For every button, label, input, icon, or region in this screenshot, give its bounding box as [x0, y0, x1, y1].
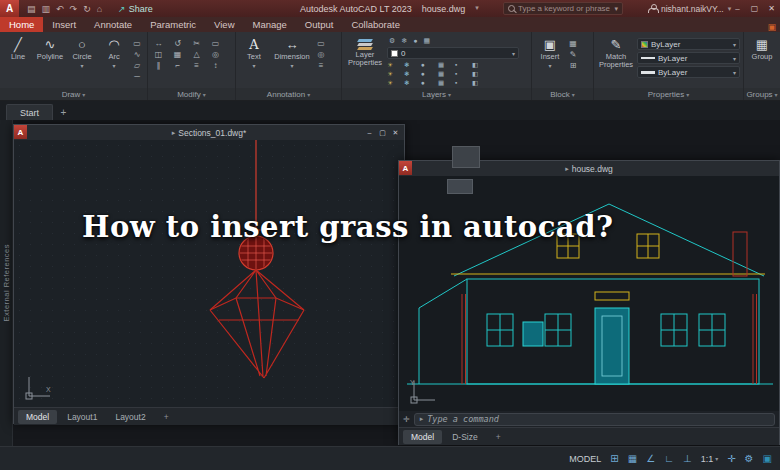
layer-tool-icon[interactable]: ▪: [455, 70, 472, 78]
modify-tool-icon[interactable]: ∥: [151, 61, 166, 71]
draw-tool-icon[interactable]: ▱: [131, 61, 143, 71]
share-button[interactable]: ↗ Share: [118, 4, 153, 14]
panel-label-groups[interactable]: Groups: [744, 88, 780, 100]
annotation-tool-icon[interactable]: ◎: [315, 50, 327, 60]
open-icon[interactable]: ▥: [42, 4, 51, 14]
tab-home[interactable]: Home: [0, 17, 43, 32]
tab-collaborate[interactable]: Collaborate: [342, 17, 409, 32]
panel-label-properties[interactable]: Properties: [594, 88, 744, 100]
close-button[interactable]: ✕: [763, 0, 780, 17]
layer-on-icon[interactable]: ●: [413, 37, 417, 45]
modify-tool-icon[interactable]: ▭: [208, 39, 223, 49]
layer-tool-icon[interactable]: ❄: [404, 70, 421, 78]
tab-output[interactable]: Output: [296, 17, 343, 32]
tab-start[interactable]: Start: [6, 104, 53, 120]
plot-icon[interactable]: ↻: [83, 4, 91, 14]
search-input[interactable]: [518, 4, 611, 13]
home-icon[interactable]: ⌂: [97, 4, 102, 14]
modify-tool-icon[interactable]: ▦: [170, 50, 185, 60]
layer-tool-icon[interactable]: ▪: [455, 79, 472, 87]
polar-tracking-icon[interactable]: ∠: [646, 453, 655, 464]
layer-tool-icon[interactable]: ▦: [438, 79, 455, 87]
modify-tool-icon[interactable]: ≡: [189, 61, 204, 71]
sections-tab-model[interactable]: Model: [18, 410, 57, 424]
tab-annotate[interactable]: Annotate: [85, 17, 141, 32]
layer-settings-icon[interactable]: ⚙: [389, 37, 395, 45]
layer-tool-icon[interactable]: ◧: [472, 61, 489, 69]
tab-manage[interactable]: Manage: [244, 17, 296, 32]
model-space-toggle[interactable]: MODEL: [569, 454, 601, 464]
doc-title-caret-icon[interactable]: ▾: [475, 4, 479, 14]
sections-title-bar[interactable]: A ▸ Sections_01.dwg* – ▢ ✕: [14, 125, 404, 140]
search-caret-icon[interactable]: ▾: [614, 5, 618, 13]
draw-tool-icon[interactable]: ∿: [131, 50, 143, 60]
layer-dropdown[interactable]: 0 ▾: [387, 47, 519, 59]
block-tool-icon[interactable]: ✎: [567, 50, 579, 60]
layer-tool-icon[interactable]: ●: [421, 70, 438, 78]
layer-tool-icon[interactable]: ●: [421, 79, 438, 87]
customize-command-icon[interactable]: ✛: [403, 415, 410, 424]
tab-insert[interactable]: Insert: [43, 17, 85, 32]
group-tool[interactable]: ▦ Group: [747, 37, 777, 61]
block-tool-icon[interactable]: ▦: [567, 39, 579, 49]
house-tab-model[interactable]: Model: [403, 430, 442, 444]
sections-tab-layout1[interactable]: Layout1: [59, 410, 105, 424]
ortho-icon[interactable]: ∟: [664, 453, 674, 464]
object-snap-icon[interactable]: ⊥: [683, 453, 692, 464]
panel-label-annotation[interactable]: Annotation: [236, 88, 342, 100]
sections-canvas[interactable]: X: [14, 140, 404, 407]
layer-list-icon[interactable]: ▦: [423, 37, 430, 45]
customization-icon[interactable]: ▣: [763, 453, 772, 464]
layer-tool-icon[interactable]: ◧: [472, 79, 489, 87]
minimize-button[interactable]: –: [729, 0, 746, 17]
layer-tool-icon[interactable]: ❄: [404, 61, 421, 69]
autocad-logo-icon[interactable]: A: [0, 0, 19, 17]
layer-tool-icon[interactable]: ▦: [438, 70, 455, 78]
insert-block-tool[interactable]: ▣ Insert: [535, 37, 565, 69]
match-properties-button[interactable]: ✎ Match Properties: [597, 37, 635, 69]
modify-tool-icon[interactable]: △: [189, 50, 204, 60]
modify-tool-icon[interactable]: ◎: [208, 50, 223, 60]
save-icon[interactable]: ▤: [27, 4, 36, 14]
draw-tool-icon[interactable]: ─: [131, 72, 143, 82]
maximize-button[interactable]: ▢: [746, 0, 763, 17]
layer-tool-icon[interactable]: ▪: [455, 61, 472, 69]
modify-tool-icon[interactable]: ◫: [151, 50, 166, 60]
layer-tool-icon[interactable]: ▦: [438, 61, 455, 69]
command-input[interactable]: ▸ Type a command: [414, 413, 775, 426]
polyline-tool[interactable]: ∿ Polyline: [35, 37, 65, 61]
circle-tool[interactable]: ○ Circle: [67, 37, 97, 69]
arc-tool[interactable]: ◠ Arc: [99, 37, 129, 69]
layer-tool-icon[interactable]: ❄: [404, 79, 421, 87]
object-color-dropdown[interactable]: ByLayer ▾: [637, 38, 740, 50]
text-tool[interactable]: A Text: [239, 37, 269, 69]
sections-minimize-button[interactable]: –: [363, 129, 376, 136]
layer-tool-icon[interactable]: ☀: [387, 70, 404, 78]
annotation-tool-icon[interactable]: ▭: [315, 39, 327, 49]
sections-window[interactable]: A ▸ Sections_01.dwg* – ▢ ✕: [13, 124, 405, 424]
annotation-scale[interactable]: 1:1 ▾: [701, 454, 719, 464]
sections-add-layout-button[interactable]: +: [156, 410, 177, 424]
tab-view[interactable]: View: [205, 17, 243, 32]
panel-label-modify[interactable]: Modify: [148, 88, 236, 100]
house-tab-dsize[interactable]: D-Size: [444, 430, 486, 444]
search-box[interactable]: ▾: [503, 2, 623, 15]
panel-label-draw[interactable]: Draw: [0, 88, 148, 100]
modify-tool-icon[interactable]: ⌐: [170, 61, 185, 71]
dimension-tool[interactable]: ↔ Dimension: [271, 37, 313, 69]
layer-properties-button[interactable]: Layer Properties: [345, 37, 385, 67]
lineweight-dropdown[interactable]: ByLayer ▾: [637, 66, 740, 78]
modify-tool-icon[interactable]: ↺: [170, 39, 185, 49]
line-tool[interactable]: ╱ Line: [3, 37, 33, 61]
new-drawing-tab-button[interactable]: +: [56, 105, 71, 120]
annotation-tool-icon[interactable]: ≡: [315, 61, 327, 71]
modify-tool-icon[interactable]: ✂: [189, 39, 204, 49]
settings-gear-icon[interactable]: ⚙: [745, 453, 754, 464]
layer-tool-icon[interactable]: ☀: [387, 79, 404, 87]
panel-label-block[interactable]: Block: [532, 88, 594, 100]
grid-icon[interactable]: ⊞: [610, 453, 618, 464]
modify-tool-icon[interactable]: ↕: [208, 61, 223, 71]
sections-close-button[interactable]: ✕: [389, 129, 402, 137]
isolate-objects-icon[interactable]: ✛: [727, 453, 735, 464]
layer-freeze-icon[interactable]: ❄: [401, 37, 407, 45]
